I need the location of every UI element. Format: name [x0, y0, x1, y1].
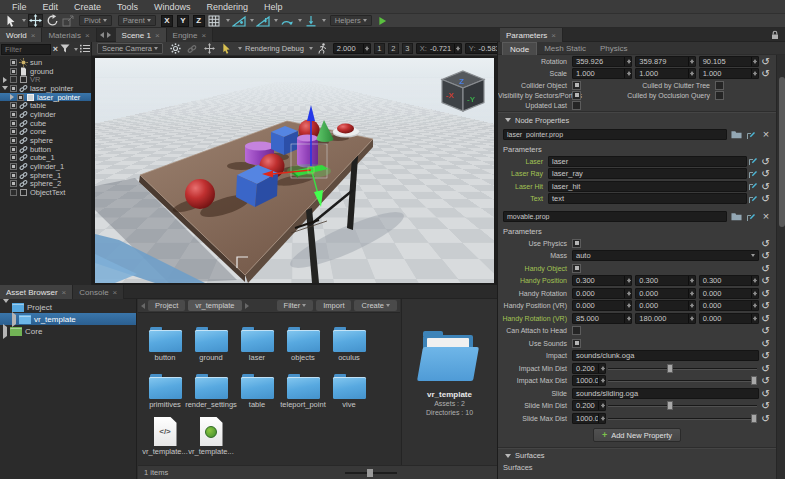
- text-field[interactable]: sounds/sliding.oga: [572, 388, 759, 399]
- dropdown-field[interactable]: auto: [572, 250, 759, 261]
- checkbox[interactable]: [572, 339, 581, 348]
- visibility-checkbox[interactable]: [10, 85, 17, 92]
- snap-rotation-tool-icon[interactable]: [280, 14, 294, 27]
- tree-node-cylinder[interactable]: cylinder: [0, 110, 91, 119]
- reset-icon[interactable]: ↺: [759, 56, 772, 67]
- create-dropdown[interactable]: Create: [354, 300, 397, 311]
- asset-file-code[interactable]: </>vr_template...: [142, 409, 188, 456]
- asset-folder-laser[interactable]: laser: [234, 315, 280, 362]
- camera-selector[interactable]: Scene Camera: [97, 43, 163, 54]
- asset-folder-teleport_point[interactable]: teleport_point: [280, 362, 326, 409]
- expander-icon[interactable]: [2, 77, 8, 83]
- tree-node-sphere[interactable]: sphere: [0, 136, 91, 145]
- close-icon[interactable]: ×: [551, 31, 556, 40]
- visibility-checkbox[interactable]: [10, 76, 17, 83]
- tree-node-ObjectText[interactable]: ObjectText: [0, 188, 91, 197]
- remove-property-icon[interactable]: ×: [760, 211, 772, 222]
- edit-icon[interactable]: [747, 194, 759, 204]
- breadcrumb-vr-template[interactable]: vr_template: [188, 300, 241, 311]
- section-header-node-properties[interactable]: Node Properties: [498, 114, 776, 126]
- reset-icon[interactable]: ↺: [759, 250, 772, 261]
- visibility-checkbox[interactable]: [10, 102, 17, 109]
- add-new-property-button[interactable]: +Add New Property: [593, 428, 681, 442]
- expander-icon[interactable]: [9, 94, 15, 100]
- reset-icon[interactable]: ↺: [759, 363, 772, 374]
- tab-engine[interactable]: Engine×: [167, 28, 214, 42]
- edit-icon[interactable]: [745, 130, 757, 140]
- asset-folder-primitives[interactable]: primitives: [142, 362, 188, 409]
- number-field[interactable]: 1.000: [572, 68, 632, 79]
- visibility-checkbox[interactable]: [10, 189, 17, 196]
- asset-folder-table[interactable]: table: [234, 362, 280, 409]
- import-button[interactable]: Import: [316, 300, 351, 311]
- tab-scroll-right-icon[interactable]: [107, 32, 111, 38]
- viewport-select-icon[interactable]: [219, 42, 233, 55]
- property-file-field[interactable]: laser_pointer.prop: [503, 129, 727, 140]
- reset-icon[interactable]: ↺: [759, 350, 772, 361]
- asset-folder-objects[interactable]: objects: [280, 315, 326, 362]
- pivot-dropdown[interactable]: Pivot: [79, 15, 112, 26]
- text-field[interactable]: laser_hit: [548, 181, 747, 192]
- move-tool-icon[interactable]: [28, 14, 43, 27]
- expander-icon[interactable]: [2, 86, 8, 90]
- number-field[interactable]: 1000.00: [572, 413, 606, 424]
- axis-x-button[interactable]: X: [161, 15, 173, 27]
- checkbox[interactable]: [715, 81, 724, 90]
- number-field[interactable]: 90.105: [699, 56, 759, 67]
- tree-node-table[interactable]: table: [0, 101, 91, 110]
- snap-surface-tool-icon[interactable]: [232, 14, 246, 27]
- remove-property-icon[interactable]: ×: [760, 129, 772, 140]
- tree-node-sphere_2[interactable]: sphere_2: [0, 180, 91, 189]
- checkbox[interactable]: [572, 101, 581, 110]
- number-field[interactable]: 0.000: [699, 288, 759, 299]
- asset-folder-button[interactable]: button: [142, 315, 188, 362]
- expander-icon[interactable]: [12, 315, 16, 324]
- slider[interactable]: [606, 400, 759, 411]
- hierarchy-icon[interactable]: [80, 44, 90, 55]
- camera-speed-field[interactable]: 2.000: [333, 43, 371, 54]
- asset-folder-vive[interactable]: vive: [326, 362, 372, 409]
- menu-rendering[interactable]: Rendering: [199, 2, 257, 12]
- tree-node-button[interactable]: button: [0, 145, 91, 154]
- number-field[interactable]: 85.000: [572, 313, 632, 324]
- reset-icon[interactable]: ↺: [759, 300, 772, 311]
- subtab-mesh-static[interactable]: Mesh Static: [537, 42, 593, 55]
- tree-node-laser_pointer[interactable]: laser_pointer: [0, 84, 91, 93]
- snap-node-tool-icon[interactable]: [256, 14, 270, 27]
- tab-materials[interactable]: Materials×: [42, 28, 96, 42]
- asset-folder-oculus[interactable]: oculus: [326, 315, 372, 362]
- parameters-scrollbar[interactable]: [776, 55, 785, 479]
- select-tool-icon[interactable]: [4, 14, 18, 27]
- checkbox[interactable]: [572, 81, 581, 90]
- camera-preset-1[interactable]: 1: [374, 43, 385, 54]
- reset-icon[interactable]: ↺: [759, 193, 772, 204]
- viewport-move-icon[interactable]: [202, 42, 216, 55]
- number-field[interactable]: 359.926: [572, 56, 632, 67]
- play-button-icon[interactable]: [376, 14, 390, 27]
- text-field[interactable]: laser_ray: [548, 168, 747, 179]
- tree-node-laser_pointer[interactable]: laser_pointer: [0, 93, 91, 102]
- reset-icon[interactable]: ↺: [759, 338, 772, 349]
- menu-file[interactable]: File: [4, 2, 35, 12]
- asset-tree-project[interactable]: Project: [0, 301, 136, 313]
- asset-tree-vr_template[interactable]: vr_template: [0, 313, 136, 325]
- reset-icon[interactable]: ↺: [759, 288, 772, 299]
- expander-icon[interactable]: [3, 303, 9, 312]
- number-field[interactable]: 1.000: [699, 68, 759, 79]
- visibility-checkbox[interactable]: [10, 137, 17, 144]
- reset-icon[interactable]: ↺: [759, 156, 772, 167]
- tree-node-sun[interactable]: sun: [0, 58, 91, 67]
- tree-node-sphere_1[interactable]: sphere_1: [0, 171, 91, 180]
- camera-preset-2[interactable]: 2: [388, 43, 399, 54]
- number-field[interactable]: 0.000: [699, 300, 759, 311]
- edit-icon[interactable]: [747, 181, 759, 191]
- slider[interactable]: [606, 363, 759, 374]
- text-field[interactable]: laser: [548, 156, 747, 167]
- tab-asset-browser[interactable]: Asset Browser×: [0, 285, 73, 299]
- close-icon[interactable]: ×: [62, 288, 67, 297]
- visibility-checkbox[interactable]: [17, 94, 24, 101]
- reset-icon[interactable]: ↺: [759, 375, 772, 386]
- section-header-surfaces[interactable]: Surfaces: [498, 450, 776, 462]
- snap-grid-tool-icon[interactable]: [208, 14, 222, 27]
- axis-y-button[interactable]: Y: [177, 15, 189, 27]
